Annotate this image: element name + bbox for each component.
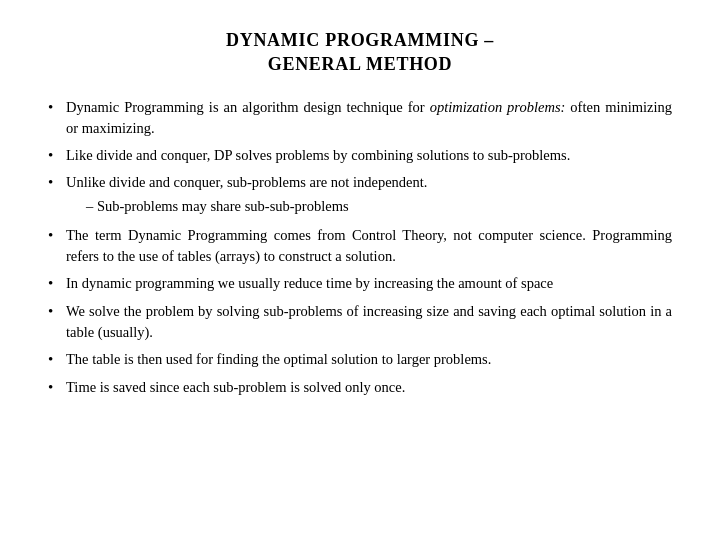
list-item: • We solve the problem by solving sub-pr… [48, 301, 672, 343]
bullet-icon: • [48, 273, 66, 295]
list-item: • The term Dynamic Programming comes fro… [48, 225, 672, 267]
bullet-icon: • [48, 225, 66, 247]
bullet-icon: • [48, 301, 66, 323]
bullet-icon: • [48, 97, 66, 119]
bullet-icon: • [48, 377, 66, 399]
list-item: • Dynamic Programming is an algorithm de… [48, 97, 672, 139]
bullet-text: Like divide and conquer, DP solves probl… [66, 145, 672, 166]
bullet-text: The term Dynamic Programming comes from … [66, 225, 672, 267]
title-line-2: GENERAL METHOD [48, 52, 672, 76]
bullet-text: Unlike divide and conquer, sub-problems … [66, 172, 427, 193]
bullet-icon: • [48, 349, 66, 371]
bullet-list: • Dynamic Programming is an algorithm de… [48, 97, 672, 405]
bullet-text: In dynamic programming we usually reduce… [66, 273, 672, 294]
list-item: • The table is then used for finding the… [48, 349, 672, 371]
bullet-text: Time is saved since each sub-problem is … [66, 377, 672, 398]
bullet-text: We solve the problem by solving sub-prob… [66, 301, 672, 343]
list-item: • Time is saved since each sub-problem i… [48, 377, 672, 399]
list-item: • In dynamic programming we usually redu… [48, 273, 672, 295]
bullet-icon: • [48, 145, 66, 167]
bullet-icon: • [48, 172, 66, 194]
list-item: • Unlike divide and conquer, sub-problem… [48, 172, 672, 219]
bullet-text: The table is then used for finding the o… [66, 349, 672, 370]
bullet-text: Dynamic Programming is an algorithm desi… [66, 97, 672, 139]
title-block: DYNAMIC PROGRAMMING – GENERAL METHOD [48, 28, 672, 77]
title-line-1: DYNAMIC PROGRAMMING – [48, 28, 672, 52]
list-item: • Like divide and conquer, DP solves pro… [48, 145, 672, 167]
sub-bullet: – Sub-problems may share sub-sub-problem… [68, 196, 349, 217]
sub-bullet-text: – Sub-problems may share sub-sub-problem… [86, 196, 349, 217]
page: DYNAMIC PROGRAMMING – GENERAL METHOD • D… [0, 0, 720, 540]
